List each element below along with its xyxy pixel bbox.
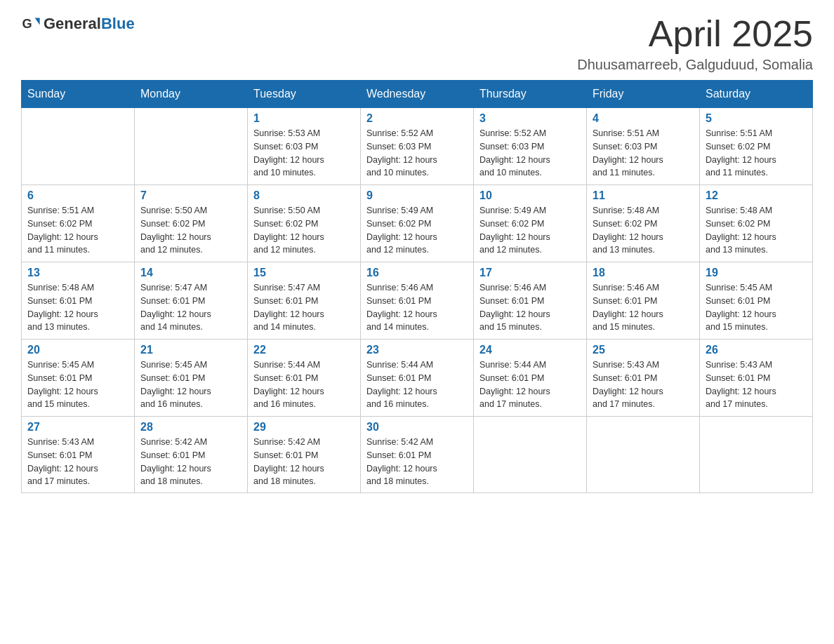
calendar-cell: 8Sunrise: 5:50 AM Sunset: 6:02 PM Daylig… bbox=[248, 185, 361, 262]
day-number: 20 bbox=[27, 344, 128, 356]
day-info: Sunrise: 5:45 AM Sunset: 6:01 PM Dayligh… bbox=[706, 281, 807, 334]
day-number: 18 bbox=[593, 267, 694, 279]
calendar-cell: 5Sunrise: 5:51 AM Sunset: 6:02 PM Daylig… bbox=[700, 108, 813, 185]
calendar-week-3: 13Sunrise: 5:48 AM Sunset: 6:01 PM Dayli… bbox=[22, 262, 813, 340]
day-info: Sunrise: 5:47 AM Sunset: 6:01 PM Dayligh… bbox=[140, 281, 241, 334]
day-info: Sunrise: 5:44 AM Sunset: 6:01 PM Dayligh… bbox=[479, 358, 581, 411]
day-number: 12 bbox=[706, 189, 807, 202]
day-info: Sunrise: 5:51 AM Sunset: 6:03 PM Dayligh… bbox=[593, 127, 694, 180]
day-info: Sunrise: 5:46 AM Sunset: 6:01 PM Dayligh… bbox=[593, 281, 694, 334]
calendar-cell: 19Sunrise: 5:45 AM Sunset: 6:01 PM Dayli… bbox=[700, 262, 813, 340]
day-info: Sunrise: 5:46 AM Sunset: 6:01 PM Dayligh… bbox=[366, 281, 468, 334]
day-number: 7 bbox=[140, 189, 241, 202]
calendar-cell: 4Sunrise: 5:51 AM Sunset: 6:03 PM Daylig… bbox=[587, 108, 700, 185]
day-number: 3 bbox=[479, 112, 581, 125]
day-info: Sunrise: 5:49 AM Sunset: 6:02 PM Dayligh… bbox=[479, 204, 581, 257]
day-info: Sunrise: 5:53 AM Sunset: 6:03 PM Dayligh… bbox=[253, 127, 355, 180]
day-info: Sunrise: 5:45 AM Sunset: 6:01 PM Dayligh… bbox=[27, 358, 128, 411]
logo: G GeneralBlue bbox=[21, 14, 135, 34]
calendar-cell: 25Sunrise: 5:43 AM Sunset: 6:01 PM Dayli… bbox=[587, 340, 700, 417]
calendar-cell: 17Sunrise: 5:46 AM Sunset: 6:01 PM Dayli… bbox=[474, 262, 587, 340]
day-number: 11 bbox=[593, 189, 694, 202]
calendar-cell bbox=[135, 108, 248, 185]
day-number: 15 bbox=[253, 267, 355, 279]
calendar-cell: 15Sunrise: 5:47 AM Sunset: 6:01 PM Dayli… bbox=[248, 262, 361, 340]
day-number: 16 bbox=[366, 267, 468, 279]
calendar-cell bbox=[474, 417, 587, 493]
logo-blue-text: Blue bbox=[101, 15, 135, 32]
calendar-week-2: 6Sunrise: 5:51 AM Sunset: 6:02 PM Daylig… bbox=[22, 185, 813, 262]
calendar-cell: 1Sunrise: 5:53 AM Sunset: 6:03 PM Daylig… bbox=[248, 108, 361, 185]
day-number: 17 bbox=[479, 267, 581, 279]
calendar-week-5: 27Sunrise: 5:43 AM Sunset: 6:01 PM Dayli… bbox=[22, 417, 813, 493]
day-info: Sunrise: 5:51 AM Sunset: 6:02 PM Dayligh… bbox=[27, 204, 128, 257]
calendar-cell bbox=[700, 417, 813, 493]
day-number: 6 bbox=[27, 189, 128, 202]
calendar-cell: 12Sunrise: 5:48 AM Sunset: 6:02 PM Dayli… bbox=[700, 185, 813, 262]
day-number: 22 bbox=[253, 344, 355, 356]
weekday-header-thursday: Thursday bbox=[474, 81, 587, 108]
month-title: April 2025 bbox=[577, 14, 813, 54]
day-number: 27 bbox=[27, 421, 128, 434]
calendar-cell: 26Sunrise: 5:43 AM Sunset: 6:01 PM Dayli… bbox=[700, 340, 813, 417]
day-number: 25 bbox=[593, 344, 694, 356]
day-info: Sunrise: 5:42 AM Sunset: 6:01 PM Dayligh… bbox=[366, 436, 468, 488]
calendar-cell: 11Sunrise: 5:48 AM Sunset: 6:02 PM Dayli… bbox=[587, 185, 700, 262]
weekday-header-saturday: Saturday bbox=[700, 81, 813, 108]
calendar-cell: 18Sunrise: 5:46 AM Sunset: 6:01 PM Dayli… bbox=[587, 262, 700, 340]
day-number: 28 bbox=[140, 421, 241, 434]
day-number: 21 bbox=[140, 344, 241, 356]
day-info: Sunrise: 5:43 AM Sunset: 6:01 PM Dayligh… bbox=[27, 436, 128, 488]
day-info: Sunrise: 5:44 AM Sunset: 6:01 PM Dayligh… bbox=[253, 358, 355, 411]
calendar-cell: 6Sunrise: 5:51 AM Sunset: 6:02 PM Daylig… bbox=[22, 185, 135, 262]
calendar-cell: 24Sunrise: 5:44 AM Sunset: 6:01 PM Dayli… bbox=[474, 340, 587, 417]
weekday-header-monday: Monday bbox=[135, 81, 248, 108]
calendar-cell: 27Sunrise: 5:43 AM Sunset: 6:01 PM Dayli… bbox=[22, 417, 135, 493]
day-number: 5 bbox=[706, 112, 807, 125]
weekday-header-row: SundayMondayTuesdayWednesdayThursdayFrid… bbox=[22, 81, 813, 108]
calendar-cell: 3Sunrise: 5:52 AM Sunset: 6:03 PM Daylig… bbox=[474, 108, 587, 185]
day-info: Sunrise: 5:45 AM Sunset: 6:01 PM Dayligh… bbox=[140, 358, 241, 411]
weekday-header-wednesday: Wednesday bbox=[361, 81, 474, 108]
calendar-cell bbox=[587, 417, 700, 493]
calendar-cell: 2Sunrise: 5:52 AM Sunset: 6:03 PM Daylig… bbox=[361, 108, 474, 185]
day-info: Sunrise: 5:43 AM Sunset: 6:01 PM Dayligh… bbox=[706, 358, 807, 411]
day-number: 14 bbox=[140, 267, 241, 279]
calendar-cell: 29Sunrise: 5:42 AM Sunset: 6:01 PM Dayli… bbox=[248, 417, 361, 493]
day-info: Sunrise: 5:48 AM Sunset: 6:01 PM Dayligh… bbox=[27, 281, 128, 334]
title-section: April 2025 Dhuusamarreeb, Galguduud, Som… bbox=[577, 14, 813, 73]
calendar-table: SundayMondayTuesdayWednesdayThursdayFrid… bbox=[21, 80, 813, 493]
day-info: Sunrise: 5:44 AM Sunset: 6:01 PM Dayligh… bbox=[366, 358, 468, 411]
weekday-header-tuesday: Tuesday bbox=[248, 81, 361, 108]
day-info: Sunrise: 5:48 AM Sunset: 6:02 PM Dayligh… bbox=[706, 204, 807, 257]
location-subtitle: Dhuusamarreeb, Galguduud, Somalia bbox=[577, 57, 813, 73]
day-info: Sunrise: 5:49 AM Sunset: 6:02 PM Dayligh… bbox=[366, 204, 468, 257]
calendar-week-4: 20Sunrise: 5:45 AM Sunset: 6:01 PM Dayli… bbox=[22, 340, 813, 417]
calendar-cell: 20Sunrise: 5:45 AM Sunset: 6:01 PM Dayli… bbox=[22, 340, 135, 417]
day-number: 19 bbox=[706, 267, 807, 279]
day-info: Sunrise: 5:52 AM Sunset: 6:03 PM Dayligh… bbox=[366, 127, 468, 180]
calendar-cell: 28Sunrise: 5:42 AM Sunset: 6:01 PM Dayli… bbox=[135, 417, 248, 493]
day-number: 26 bbox=[706, 344, 807, 356]
day-info: Sunrise: 5:42 AM Sunset: 6:01 PM Dayligh… bbox=[253, 436, 355, 488]
logo-general-text: General bbox=[44, 15, 101, 32]
day-info: Sunrise: 5:43 AM Sunset: 6:01 PM Dayligh… bbox=[593, 358, 694, 411]
weekday-header-sunday: Sunday bbox=[22, 81, 135, 108]
page-header: G GeneralBlue April 2025 Dhuusamarreeb, … bbox=[21, 14, 813, 73]
day-number: 9 bbox=[366, 189, 468, 202]
calendar-cell: 10Sunrise: 5:49 AM Sunset: 6:02 PM Dayli… bbox=[474, 185, 587, 262]
calendar-week-1: 1Sunrise: 5:53 AM Sunset: 6:03 PM Daylig… bbox=[22, 108, 813, 185]
day-number: 1 bbox=[253, 112, 355, 125]
day-info: Sunrise: 5:47 AM Sunset: 6:01 PM Dayligh… bbox=[253, 281, 355, 334]
day-info: Sunrise: 5:46 AM Sunset: 6:01 PM Dayligh… bbox=[479, 281, 581, 334]
calendar-cell: 30Sunrise: 5:42 AM Sunset: 6:01 PM Dayli… bbox=[361, 417, 474, 493]
logo-icon: G bbox=[21, 14, 41, 34]
calendar-cell: 16Sunrise: 5:46 AM Sunset: 6:01 PM Dayli… bbox=[361, 262, 474, 340]
calendar-cell: 21Sunrise: 5:45 AM Sunset: 6:01 PM Dayli… bbox=[135, 340, 248, 417]
calendar-cell: 22Sunrise: 5:44 AM Sunset: 6:01 PM Dayli… bbox=[248, 340, 361, 417]
calendar-cell bbox=[22, 108, 135, 185]
calendar-cell: 14Sunrise: 5:47 AM Sunset: 6:01 PM Dayli… bbox=[135, 262, 248, 340]
weekday-header-friday: Friday bbox=[587, 81, 700, 108]
calendar-cell: 23Sunrise: 5:44 AM Sunset: 6:01 PM Dayli… bbox=[361, 340, 474, 417]
svg-text:G: G bbox=[22, 17, 32, 31]
